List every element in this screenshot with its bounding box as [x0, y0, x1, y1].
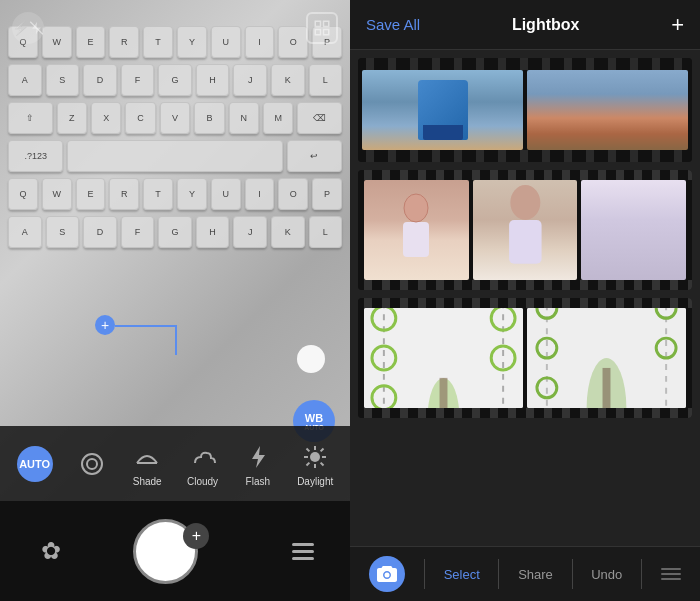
svg-line-17: [321, 448, 324, 451]
svg-rect-43: [603, 368, 611, 408]
photo-sd-card-image: [362, 70, 523, 150]
menu-line-2: [661, 573, 681, 575]
wb-cloudy-control[interactable]: Cloudy: [187, 441, 219, 487]
flash-toggle-icon[interactable]: [12, 12, 44, 44]
save-all-button[interactable]: Save All: [366, 16, 420, 33]
film-strip-row-3: [358, 298, 692, 418]
photo-girl-2-image: [473, 180, 578, 280]
cloudy-label: Cloudy: [187, 476, 218, 487]
svg-point-10: [310, 452, 320, 462]
film-strip-row-1: [358, 58, 692, 162]
camera-button[interactable]: [369, 556, 405, 592]
menu-line-1: [661, 568, 681, 570]
photo-thumb-rooftop[interactable]: [527, 70, 688, 150]
menu-line-1: [292, 543, 314, 546]
svg-rect-23: [509, 220, 542, 264]
photo-thumb-girl-1[interactable]: [364, 180, 469, 280]
svg-marker-9: [252, 446, 265, 468]
svg-rect-33: [440, 378, 448, 408]
lightbox-header: Save All Lightbox +: [350, 0, 700, 50]
menu-button[interactable]: [287, 535, 319, 567]
svg-line-15: [307, 448, 310, 451]
menu-line-2: [292, 550, 314, 553]
tree-decor-svg-1: [364, 308, 523, 408]
divider-2: [498, 559, 499, 589]
person-silhouette-1: [391, 190, 441, 270]
svg-marker-1: [32, 22, 41, 35]
svg-point-6: [82, 454, 102, 474]
person-silhouette-2: [473, 180, 578, 280]
svg-rect-5: [324, 30, 329, 35]
incandescent-icon: [76, 448, 108, 480]
svg-point-22: [510, 185, 540, 220]
wb-shade-control[interactable]: Shade: [131, 441, 163, 487]
tree-decor-svg-2: [527, 308, 686, 408]
wb-daylight-control[interactable]: Daylight: [297, 441, 333, 487]
focus-line-h: [115, 325, 175, 327]
svg-point-44: [385, 573, 390, 578]
camera-controls-bar: AUTO Shade: [0, 426, 350, 501]
photo-thumb-tree-2[interactable]: [527, 308, 686, 408]
photo-thumb-sd-card[interactable]: [362, 70, 523, 150]
daylight-icon: [299, 441, 331, 473]
svg-rect-4: [315, 30, 320, 35]
svg-line-18: [307, 462, 310, 465]
camera-panel: QWE RTY UIOP ASD FGH JKL ⇧ ZXC VBN M ⌫ .…: [0, 0, 350, 601]
flash-label: Flash: [246, 476, 270, 487]
photo-thumb-girl-3[interactable]: [581, 180, 686, 280]
add-photo-button[interactable]: +: [183, 523, 209, 549]
shade-icon: [131, 441, 163, 473]
lightbox-title: Lightbox: [512, 16, 580, 34]
lightbox-panel: Save All Lightbox +: [350, 0, 700, 601]
auto-label[interactable]: AUTO: [17, 446, 53, 482]
focus-circle: [297, 345, 325, 373]
photo-girl-3-image: [581, 180, 686, 280]
wb-auto-control[interactable]: AUTO: [17, 446, 53, 482]
cloudy-icon: [187, 441, 219, 473]
menu-line-3: [292, 557, 314, 560]
menu-line-3: [661, 578, 681, 580]
sd-card-shape: [418, 80, 468, 140]
camera-viewfinder: QWE RTY UIOP ASD FGH JKL ⇧ ZXC VBN M ⌫ .…: [0, 0, 350, 601]
film-strip-row-2: [358, 170, 692, 290]
focus-indicator[interactable]: +: [95, 315, 115, 335]
photo-thumb-girl-2[interactable]: [473, 180, 578, 280]
camera-bottom-bar: ✿ +: [0, 501, 350, 601]
photo-tree-2-image: [527, 308, 686, 408]
focus-line-v: [175, 325, 177, 355]
wb-incandescent-control[interactable]: [76, 448, 108, 480]
daylight-label: Daylight: [297, 476, 333, 487]
svg-line-16: [321, 462, 324, 465]
more-options-button[interactable]: [661, 568, 681, 580]
lightbox-bottom-bar: Select Share Undo: [350, 546, 700, 601]
select-button[interactable]: Select: [444, 567, 480, 582]
camera-icon: [369, 556, 405, 592]
svg-rect-2: [315, 21, 320, 26]
svg-rect-3: [324, 21, 329, 26]
flash-icon: [242, 441, 274, 473]
svg-point-7: [87, 459, 97, 469]
photo-tree-1-image: [364, 308, 523, 408]
grid-toggle-icon[interactable]: [306, 12, 338, 44]
wb-flash-control[interactable]: Flash: [242, 441, 274, 487]
divider-4: [641, 559, 642, 589]
undo-button[interactable]: Undo: [591, 567, 622, 582]
macro-button[interactable]: ✿: [31, 531, 71, 571]
photo-girl-1-image: [364, 180, 469, 280]
shade-label: Shade: [133, 476, 162, 487]
photo-rooftop-image: [527, 70, 688, 150]
divider-3: [572, 559, 573, 589]
photo-thumb-tree-1[interactable]: [364, 308, 523, 408]
lightbox-content: [350, 50, 700, 546]
svg-rect-20: [403, 222, 429, 257]
share-button[interactable]: Share: [518, 567, 553, 582]
divider-1: [424, 559, 425, 589]
add-to-lightbox-button[interactable]: +: [671, 12, 684, 38]
